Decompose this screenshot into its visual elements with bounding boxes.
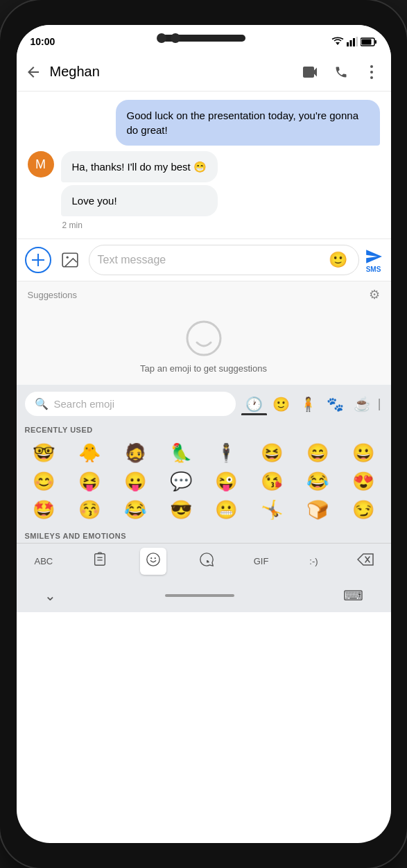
gif-label: GIF xyxy=(254,556,269,566)
backspace-icon xyxy=(357,553,374,566)
suggestions-content: Tap an emoji to get suggestions xyxy=(17,308,391,385)
sticker-icon xyxy=(199,552,214,567)
send-label: SMS xyxy=(366,266,381,273)
emoji-cell[interactable]: 😎 xyxy=(159,496,203,523)
top-bar: Meghan xyxy=(17,53,391,92)
emoji-search-placeholder: Search emoji xyxy=(54,398,115,410)
nav-keyboard-button[interactable]: ⌨ xyxy=(343,587,363,604)
emoji-search-row: 🔍 Search emoji 🕐 🙂 🧍 🐾 ☕ | xyxy=(17,385,391,420)
wifi-icon xyxy=(331,37,344,46)
suggestions-gear-icon[interactable]: ⚙ xyxy=(369,287,380,302)
svg-point-13 xyxy=(187,322,220,355)
attach-button[interactable] xyxy=(57,247,83,273)
suggestions-label: Suggestions xyxy=(28,290,78,300)
emoji-cell[interactable]: 😘 xyxy=(250,468,294,495)
svg-point-9 xyxy=(370,71,373,73)
emoji-tab-recent[interactable]: 🕐 xyxy=(241,393,267,415)
emoji-cell[interactable]: 😄 xyxy=(295,440,340,467)
emoji-cell[interactable]: 😂 xyxy=(295,468,340,495)
svg-rect-3 xyxy=(353,38,355,46)
emoji-keyboard-button[interactable] xyxy=(140,548,166,575)
emoji-tab-smileys[interactable]: 🙂 xyxy=(268,393,294,415)
avatar-initial: M xyxy=(35,157,46,172)
sticker-button[interactable] xyxy=(193,548,220,575)
received-bubble-2: Love you! xyxy=(61,185,218,216)
emoji-cell[interactable]: 🤓 xyxy=(22,440,67,467)
text-input-placeholder: Text message xyxy=(98,254,329,266)
more-options-button[interactable] xyxy=(358,58,386,86)
emoji-cell[interactable]: 😬 xyxy=(205,496,249,523)
chat-area: Good luck on the presentation today, you… xyxy=(17,92,391,238)
top-actions xyxy=(297,58,386,86)
emoji-cell[interactable]: 😂 xyxy=(113,496,157,523)
phone-call-button[interactable] xyxy=(327,58,355,86)
emoji-tab-animals[interactable]: 🐾 xyxy=(322,393,348,415)
avatar: M xyxy=(28,151,54,177)
emoji-cell[interactable]: 😆 xyxy=(250,440,294,467)
received-message-group: M Ha, thanks! I'll do my best 😁 Love you… xyxy=(28,151,380,230)
smile-suggestion-icon xyxy=(184,319,223,358)
emoji-cell[interactable]: 🧔 xyxy=(113,440,157,467)
gif-button[interactable]: GIF xyxy=(247,550,276,572)
received-bubble-1: Ha, thanks! I'll do my best 😁 xyxy=(61,151,218,182)
svg-point-10 xyxy=(370,76,373,79)
contact-name: Meghan xyxy=(50,64,297,80)
camera-dot xyxy=(157,33,166,43)
emoji-cell[interactable]: 🕴 xyxy=(205,440,249,467)
nav-chevron-button[interactable]: ⌄ xyxy=(44,587,56,604)
recently-used-grid: 🤓 🐥 🧔 🦜 🕴 😆 😄 😀 😊 😝 😛 💬 😜 😘 😂 😍 🤩 😚 xyxy=(17,437,391,526)
add-button[interactable] xyxy=(25,247,51,273)
suggestions-hint-text: Tap an emoji to get suggestions xyxy=(140,363,267,374)
status-icons xyxy=(331,37,377,46)
emoji-cell[interactable]: 😛 xyxy=(113,468,157,495)
emoji-cell[interactable]: 😜 xyxy=(205,468,249,495)
svg-point-17 xyxy=(147,553,159,566)
svg-point-12 xyxy=(66,257,68,259)
nav-bar: ⌄ ⌨ xyxy=(17,579,391,612)
emoji-cell[interactable]: 🦜 xyxy=(159,440,203,467)
emoji-cell[interactable]: 😏 xyxy=(341,496,386,523)
svg-rect-14 xyxy=(95,554,105,566)
emoji-search-box[interactable]: 🔍 Search emoji xyxy=(25,392,236,416)
more-tabs-indicator: | xyxy=(376,394,383,414)
abc-button[interactable]: ABC xyxy=(28,550,60,572)
received-bubbles: Ha, thanks! I'll do my best 😁 Love you! … xyxy=(61,151,218,230)
phone-frame: 10:00 xyxy=(0,0,407,868)
message-timestamp: 2 min xyxy=(62,220,218,230)
abc-label: ABC xyxy=(35,556,53,566)
emoji-tab-food[interactable]: ☕ xyxy=(349,393,375,415)
emoticon-button[interactable]: :-) xyxy=(302,550,324,572)
back-button[interactable] xyxy=(19,58,47,86)
input-area: Text message 🙂 SMS xyxy=(17,238,391,281)
emoji-cell[interactable]: 🐥 xyxy=(67,440,112,467)
suggestions-bar: Suggestions ⚙ xyxy=(17,281,391,308)
backspace-button[interactable] xyxy=(352,549,379,573)
text-input-wrapper[interactable]: Text message 🙂 xyxy=(89,245,359,275)
send-button[interactable]: SMS xyxy=(365,248,383,273)
svg-rect-6 xyxy=(374,40,376,44)
video-icon xyxy=(303,67,318,78)
home-indicator xyxy=(165,594,234,597)
emoji-picker-button[interactable]: 🙂 xyxy=(329,251,347,269)
video-call-button[interactable] xyxy=(297,58,324,86)
emoji-cell[interactable]: 😚 xyxy=(67,496,112,523)
emoji-tab-people[interactable]: 🧍 xyxy=(295,393,321,415)
emoji-cell[interactable]: 💬 xyxy=(159,468,203,495)
emoji-cell[interactable]: 😝 xyxy=(67,468,112,495)
emoji-cell[interactable]: 😊 xyxy=(22,468,67,495)
search-icon: 🔍 xyxy=(35,397,49,410)
phone-icon xyxy=(334,65,348,79)
emoji-cell[interactable]: 😍 xyxy=(341,468,386,495)
svg-point-19 xyxy=(155,557,156,559)
emoji-keyboard-icon xyxy=(146,552,161,567)
emoji-cell[interactable]: 🤸 xyxy=(250,496,294,523)
clipboard-button[interactable] xyxy=(87,548,113,575)
svg-point-18 xyxy=(150,557,152,559)
smileys-label: SMILEYS AND EMOTIONS xyxy=(17,526,391,543)
emoji-cell[interactable]: 😀 xyxy=(341,440,386,467)
more-dots-icon xyxy=(370,65,373,79)
camera-dot2 xyxy=(171,33,180,43)
emoji-cell[interactable]: 🤩 xyxy=(22,496,67,523)
sent-message-1: Good luck on the presentation today, you… xyxy=(116,100,380,146)
emoji-cell[interactable]: 🍞 xyxy=(295,496,340,523)
